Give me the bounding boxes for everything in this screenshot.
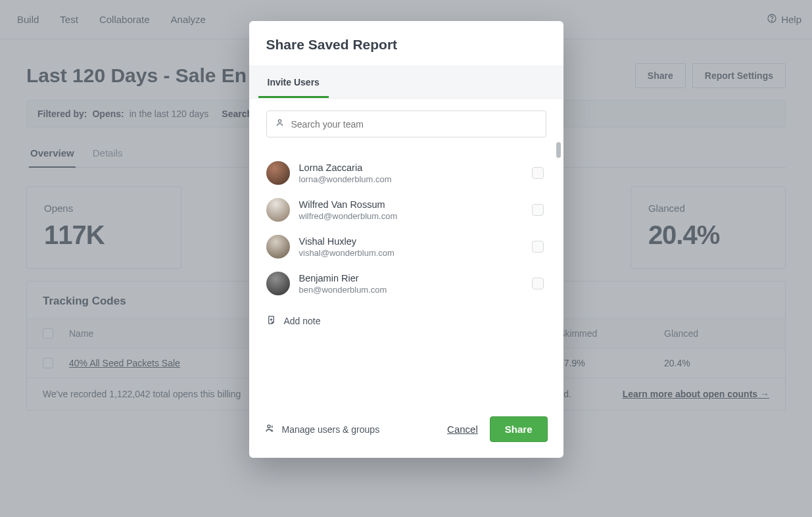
- user-email: vishal@wonderblum.com: [299, 248, 523, 258]
- avatar: [266, 272, 290, 295]
- add-note-label: Add note: [284, 316, 321, 326]
- user-checkbox[interactable]: [532, 204, 544, 216]
- search-team-input[interactable]: [291, 119, 538, 130]
- manage-users-link[interactable]: Manage users & groups: [265, 423, 380, 435]
- user-name: Wilfred Van Rossum: [299, 199, 523, 210]
- scrollbar-thumb[interactable]: [556, 142, 561, 158]
- note-icon: [266, 315, 276, 327]
- svg-point-3: [267, 425, 270, 428]
- users-icon: [265, 423, 275, 435]
- user-row: Benjamin Rier ben@wonderblum.com: [266, 265, 544, 302]
- user-name: Lorna Zaccaria: [299, 162, 523, 173]
- manage-users-label: Manage users & groups: [282, 424, 380, 435]
- user-icon: [275, 118, 285, 130]
- user-row: Vishal Huxley vishal@wonderblum.com: [266, 228, 544, 265]
- user-row: Lorna Zaccaria lorna@wonderblum.com: [266, 155, 544, 191]
- user-name: Benjamin Rier: [299, 273, 523, 283]
- share-confirm-button[interactable]: Share: [490, 416, 548, 442]
- user-list[interactable]: Lorna Zaccaria lorna@wonderblum.com Wilf…: [266, 155, 546, 302]
- avatar: [266, 198, 290, 222]
- tab-invite-users[interactable]: Invite Users: [258, 66, 329, 98]
- user-name: Vishal Huxley: [299, 236, 523, 247]
- avatar: [266, 161, 290, 185]
- avatar: [266, 235, 290, 258]
- cancel-button[interactable]: Cancel: [447, 424, 478, 435]
- user-email: lorna@wonderblum.com: [299, 174, 523, 184]
- user-email: wilfred@wonderblum.com: [299, 211, 523, 221]
- modal-tabs: Invite Users: [249, 66, 563, 99]
- share-report-modal: Share Saved Report Invite Users Lorna Za…: [249, 21, 563, 458]
- modal-title: Share Saved Report: [266, 37, 546, 53]
- user-checkbox[interactable]: [532, 167, 544, 179]
- add-note-button[interactable]: Add note: [249, 302, 563, 339]
- user-checkbox[interactable]: [532, 241, 544, 253]
- user-checkbox[interactable]: [532, 278, 544, 289]
- user-email: ben@wonderblum.com: [299, 285, 523, 295]
- user-row: Wilfred Van Rossum wilfred@wonderblum.co…: [266, 191, 544, 228]
- modal-footer: Manage users & groups Cancel Share: [249, 405, 563, 458]
- search-input-wrap: [266, 111, 546, 137]
- svg-point-2: [278, 120, 281, 122]
